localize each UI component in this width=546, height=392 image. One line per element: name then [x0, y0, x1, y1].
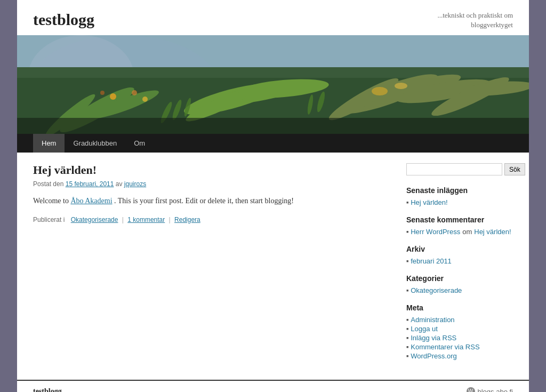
list-item: Okategoriserade — [406, 286, 513, 295]
sidebar-section-meta: Meta Administration Logga ut Inlägg via … — [406, 303, 513, 361]
svg-point-23 — [110, 93, 116, 100]
footer-powered-text: blogs.abo.fi — [478, 388, 513, 392]
sidebar: Sök Senaste inläggen Hej världen! Senast… — [406, 163, 513, 369]
post-body: Welcome to Åbo Akademi . This is your fi… — [33, 195, 390, 207]
svg-point-24 — [132, 90, 137, 95]
site-title: testblogg — [33, 11, 94, 29]
sidebar-section-archive: Arkiv februari 2011 — [406, 245, 513, 266]
svg-rect-29 — [17, 118, 529, 134]
site-description: ...tekniskt och praktiskt om bloggverkty… — [406, 11, 513, 30]
list-item: Logga ut — [406, 324, 513, 333]
category-link-1[interactable]: Okategoriserade — [411, 286, 462, 294]
list-item: Hej världen! — [406, 198, 513, 207]
meta-link-wordpress[interactable]: WordPress.org — [411, 352, 456, 360]
post-footer: Publicerat i Okategoriserade | 1 komment… — [33, 216, 390, 223]
svg-point-28 — [395, 83, 407, 89]
sidebar-list-recent-comments: Herr WordPress om Hej världen! — [406, 227, 513, 236]
post-footer-published: Publicerat i — [33, 216, 65, 223]
sidebar-section-recent-posts: Senaste inläggen Hej världen! — [406, 186, 513, 207]
post-meta: Postat den 15 februari, 2011 av jquirozs — [33, 180, 390, 188]
page-wrapper: testblogg ...tekniskt och praktiskt om b… — [17, 0, 529, 392]
meta-link-logout[interactable]: Logga ut — [411, 325, 438, 333]
main-content: Hej världen! Postat den 15 februari, 201… — [33, 163, 390, 369]
post-author-link[interactable]: jquirozs — [124, 180, 146, 188]
search-box: Sök — [406, 163, 513, 175]
post-meta-prefix: Postat den — [33, 180, 63, 188]
post-body-link[interactable]: Åbo Akademi — [70, 197, 112, 205]
post-body-after: . This is your first post. Edit or delet… — [114, 197, 294, 205]
sidebar-heading-meta: Meta — [406, 303, 513, 312]
pipe-2: | — [122, 216, 125, 223]
post-comments-link[interactable]: 1 kommentar — [127, 216, 165, 223]
header-svg — [17, 35, 529, 134]
meta-link-rss-comments[interactable]: Kommentarer via RSS — [411, 343, 479, 351]
search-button[interactable]: Sök — [504, 163, 525, 175]
wp-icon: W — [467, 387, 475, 392]
sidebar-heading-categories: Kategorier — [406, 274, 513, 283]
list-item: Herr WordPress om Hej världen! — [406, 227, 513, 236]
sidebar-list-categories: Okategoriserade — [406, 286, 513, 295]
sidebar-heading-recent-posts: Senaste inläggen — [406, 186, 513, 195]
list-item: Inlägg via RSS — [406, 333, 513, 342]
sidebar-list-recent-posts: Hej världen! — [406, 198, 513, 207]
nav-bar: Hem Graduklubben Om — [17, 134, 529, 153]
sidebar-list-meta: Administration Logga ut Inlägg via RSS K… — [406, 315, 513, 361]
post-body-before: Welcome to — [33, 197, 69, 205]
post-title: Hej världen! — [33, 163, 390, 177]
meta-link-rss-posts[interactable]: Inlägg via RSS — [411, 334, 456, 342]
svg-point-26 — [142, 97, 148, 102]
pipe-3: | — [169, 216, 172, 223]
sidebar-heading-recent-comments: Senaste kommentarer — [406, 215, 513, 224]
sidebar-section-categories: Kategorier Okategoriserade — [406, 274, 513, 295]
svg-point-25 — [100, 91, 105, 95]
search-input[interactable] — [406, 163, 502, 175]
footer-site-name: testblogg — [33, 387, 62, 392]
footer-bar: testblogg W blogs.abo.fi — [17, 380, 529, 392]
post-meta-by: av — [116, 180, 123, 188]
post-category-link[interactable]: Okategoriserade — [71, 216, 118, 223]
list-item: Administration — [406, 315, 513, 324]
post-date-link[interactable]: 15 februari, 2011 — [66, 180, 114, 188]
comment-post-link[interactable]: Hej världen! — [474, 228, 511, 236]
sidebar-section-recent-comments: Senaste kommentarer Herr WordPress om He… — [406, 215, 513, 236]
header-area: testblogg ...tekniskt och praktiskt om b… — [17, 0, 529, 35]
archive-link-1[interactable]: februari 2011 — [411, 257, 452, 265]
comment-suffix: om — [462, 228, 472, 236]
comment-author-link[interactable]: Herr WordPress — [411, 228, 460, 236]
list-item: februari 2011 — [406, 257, 513, 266]
post-edit-link[interactable]: Redigera — [174, 216, 200, 223]
content-wrapper: Hej världen! Postat den 15 februari, 201… — [17, 153, 529, 380]
sidebar-list-archive: februari 2011 — [406, 257, 513, 266]
nav-item-om[interactable]: Om — [125, 134, 154, 153]
recent-post-link-1[interactable]: Hej världen! — [411, 198, 447, 206]
meta-link-administration[interactable]: Administration — [411, 316, 454, 324]
nav-item-graduklubben[interactable]: Graduklubben — [65, 134, 125, 153]
sidebar-heading-archive: Arkiv — [406, 245, 513, 253]
header-image — [17, 35, 529, 134]
svg-point-27 — [372, 87, 388, 95]
nav-item-hem[interactable]: Hem — [33, 134, 65, 153]
list-item: Kommentarer via RSS — [406, 342, 513, 351]
list-item: WordPress.org — [406, 351, 513, 361]
footer-powered: W blogs.abo.fi — [467, 387, 513, 392]
